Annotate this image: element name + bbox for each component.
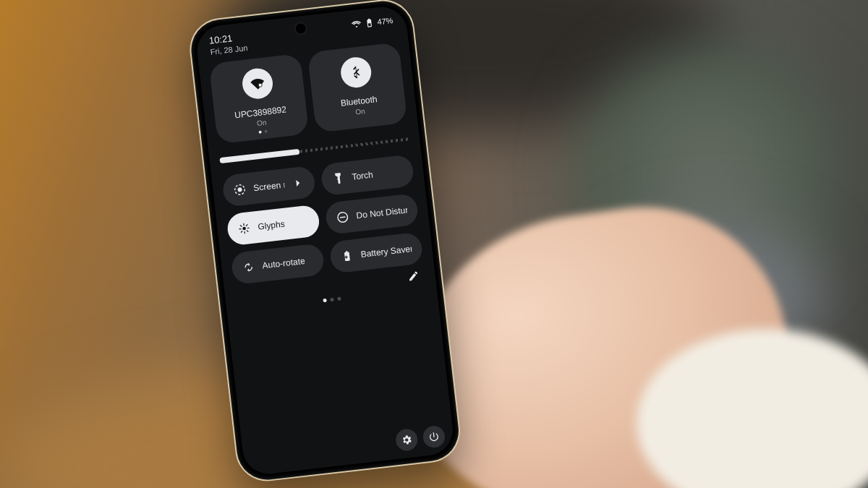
svg-rect-5	[340, 216, 346, 218]
pencil-icon	[407, 270, 420, 283]
svg-point-0	[258, 83, 262, 87]
tile-glyphs[interactable]: Glyphs	[226, 204, 320, 246]
tile-torch[interactable]: Torch	[320, 154, 414, 196]
tile-bt-label: Bluetooth	[340, 94, 378, 108]
tile-torch-label: Torch	[352, 169, 374, 181]
tile-glyphs-label: Glyphs	[258, 219, 286, 232]
tile-bt-sub: On	[355, 107, 366, 116]
chevron-right-icon	[291, 176, 305, 190]
record-icon	[233, 182, 247, 197]
phone-screen: 10:21 47% Fri, 28 Jun UPC3898892 On	[195, 4, 456, 476]
auto-rotate-icon	[242, 260, 256, 275]
brightness-fill	[219, 149, 299, 163]
tile-wifi-sub: On	[257, 119, 268, 127]
settings-button[interactable]	[395, 428, 419, 452]
status-time: 10:21	[208, 33, 233, 46]
power-icon	[427, 430, 441, 443]
tile-screen-record[interactable]: Screen record	[221, 166, 316, 207]
torch-icon	[331, 171, 346, 186]
wifi-icon	[351, 18, 362, 29]
wifi-icon	[240, 67, 273, 100]
tile-bluetooth[interactable]: Bluetooth On	[307, 42, 408, 133]
battery-saver-icon	[340, 249, 354, 263]
tile-dnd-label: Do Not Disturb	[356, 205, 408, 221]
tile-wifi-label: UPC3898892	[234, 104, 287, 120]
svg-point-3	[242, 227, 246, 231]
tile-battery-saver-label: Battery Saver	[360, 244, 412, 260]
tile-wifi-pager	[217, 125, 309, 138]
battery-percent: 47%	[377, 15, 393, 25]
tile-screen-record-label: Screen record	[253, 179, 285, 193]
battery-icon	[364, 17, 375, 27]
dnd-icon	[336, 210, 350, 225]
edit-tiles-button[interactable]	[407, 270, 420, 285]
svg-point-1	[237, 187, 242, 192]
power-button[interactable]	[422, 425, 446, 449]
glyphs-icon	[237, 221, 252, 236]
gear-icon	[400, 434, 413, 447]
tile-dnd[interactable]: Do Not Disturb	[324, 193, 419, 235]
tile-auto-rotate-label: Auto-rotate	[262, 256, 306, 271]
tile-wifi[interactable]: UPC3898892 On	[209, 53, 310, 145]
bluetooth-icon	[339, 56, 372, 89]
